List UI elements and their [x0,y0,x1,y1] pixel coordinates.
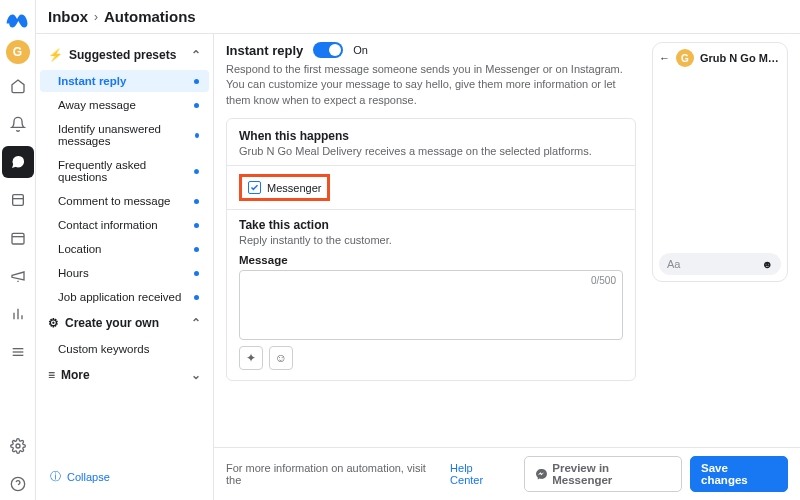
all-tools-icon[interactable] [2,336,34,368]
input-placeholder: Aa [667,258,680,270]
section-more[interactable]: ≡ More ⌄ [40,362,209,388]
sidebar-item-location[interactable]: Location [40,238,209,260]
bolt-icon: ⚡ [48,48,63,62]
sidebar-item-label: Away message [58,99,136,111]
back-arrow-icon[interactable]: ← [659,52,670,64]
sidebar-item-away-message[interactable]: Away message [40,94,209,116]
inbox-icon[interactable] [2,146,34,178]
when-subtext: Grub N Go Meal Delivery receives a messa… [239,145,623,157]
avatar-letter: G [13,45,22,59]
sidebar-item-custom-keywords[interactable]: Custom keywords [40,338,209,360]
sidebar-item-hours[interactable]: Hours [40,262,209,284]
meta-logo [5,8,31,34]
section-label: More [61,368,90,382]
status-dot [194,79,199,84]
sparkle-icon: ✦ [246,351,256,365]
help-center-link[interactable]: Help Center [450,462,508,486]
section-label: Create your own [65,316,159,330]
sidebar-item-unanswered[interactable]: Identify unanswered messages [40,118,209,152]
calendar-icon[interactable] [2,222,34,254]
automation-card: When this happens Grub N Go Meal Deliver… [226,118,636,381]
sidebar-item-label: Comment to message [58,195,171,207]
ads-icon[interactable] [2,260,34,292]
page-name: Grub N Go M… [700,52,781,64]
messenger-icon [535,468,547,480]
left-rail: G [0,0,36,500]
messenger-checkbox[interactable] [248,181,261,194]
home-icon[interactable] [2,70,34,102]
sidebar-item-label: Hours [58,267,89,279]
posts-icon[interactable] [2,184,34,216]
personalize-button[interactable]: ✦ [239,346,263,370]
panel-footer: For more information on automation, visi… [214,447,800,500]
info-icon: ⓘ [50,469,61,484]
account-avatar[interactable]: G [6,40,30,64]
svg-rect-1 [12,195,23,206]
status-dot [194,295,199,300]
section-suggested-presets[interactable]: ⚡ Suggested presets ⌃ [40,42,209,68]
char-counter: 0/500 [591,275,616,286]
save-btn-label: Save changes [701,462,777,486]
notifications-icon[interactable] [2,108,34,140]
sidebar-item-faq[interactable]: Frequently asked questions [40,154,209,188]
chevron-up-icon: ⌃ [191,316,201,330]
svg-rect-3 [12,233,24,244]
sidebar-item-comment-to-message[interactable]: Comment to message [40,190,209,212]
message-label: Message [239,254,623,266]
save-changes-button[interactable]: Save changes [690,456,788,492]
sidebar-item-label: Location [58,243,101,255]
status-dot [194,103,199,108]
emoji-button[interactable]: ☺ [269,346,293,370]
when-heading: When this happens [239,129,623,143]
status-dot [194,199,199,204]
sidebar-item-label: Job application received [58,291,181,303]
preview-btn-label: Preview in Messenger [552,462,671,486]
chevron-right-icon: › [94,10,98,24]
breadcrumb-root[interactable]: Inbox [48,8,88,25]
chevron-down-icon: ⌄ [191,368,201,382]
action-subtext: Reply instantly to the customer. [239,234,623,246]
action-heading: Take this action [239,218,623,232]
page-avatar: G [676,49,694,67]
enable-toggle[interactable] [313,42,343,58]
list-icon: ≡ [48,368,55,382]
sidebar-item-instant-reply[interactable]: Instant reply [40,70,209,92]
svg-point-12 [16,444,20,448]
toggle-state-label: On [353,44,368,56]
preview-messenger-button[interactable]: Preview in Messenger [524,456,682,492]
sidebar-item-label: Frequently asked questions [58,159,194,183]
section-label: Suggested presets [69,48,176,62]
sidebar-item-label: Custom keywords [58,343,149,355]
breadcrumb-current: Automations [104,8,196,25]
section-create-your-own[interactable]: ⚙ Create your own ⌃ [40,310,209,336]
sticker-icon: ☻ [761,258,773,270]
insights-icon[interactable] [2,298,34,330]
sidebar-item-label: Instant reply [58,75,126,87]
automation-sidebar: ⚡ Suggested presets ⌃ Instant reply Away… [36,34,214,500]
sidebar-item-label: Identify unanswered messages [58,123,195,147]
settings-icon[interactable] [2,430,34,462]
breadcrumb-bar: Inbox › Automations [36,0,800,34]
platform-label: Messenger [267,182,321,194]
platform-messenger-highlight: Messenger [239,174,330,201]
automation-description: Respond to the first message someone sen… [226,62,636,108]
message-textarea[interactable]: 0/500 [239,270,623,340]
collapse-sidebar-button[interactable]: ⓘ Collapse [50,469,199,484]
preview-pane: ← G Grub N Go M… Aa ☻ [652,42,788,439]
footer-text: For more information on automation, visi… [226,462,442,486]
status-dot [194,169,199,174]
sidebar-item-job-application[interactable]: Job application received [40,286,209,308]
status-dot [194,223,199,228]
sidebar-item-contact-info[interactable]: Contact information [40,214,209,236]
emoji-icon: ☺ [275,351,287,365]
status-dot [194,271,199,276]
automation-title: Instant reply [226,43,303,58]
status-dot [195,133,199,138]
customize-icon: ⚙ [48,316,59,330]
chevron-up-icon: ⌃ [191,48,201,62]
collapse-label: Collapse [67,471,110,483]
sidebar-item-label: Contact information [58,219,158,231]
phone-input: Aa ☻ [659,253,781,275]
phone-preview: ← G Grub N Go M… Aa ☻ [652,42,788,282]
help-icon[interactable] [2,468,34,500]
